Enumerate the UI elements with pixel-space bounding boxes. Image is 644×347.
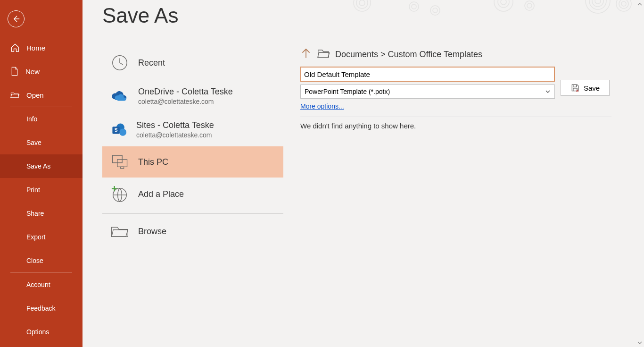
svg-point-13 (592, 0, 603, 7)
sharepoint-icon: S (111, 122, 127, 138)
decorative-swirls (343, 0, 636, 19)
nav-new[interactable]: New (0, 59, 83, 83)
svg-point-21 (119, 128, 126, 135)
svg-point-3 (412, 4, 416, 9)
empty-folder-message: We didn't find anything to show here. (300, 122, 633, 130)
nav-open-label: Open (26, 91, 44, 99)
nav-print-label: Print (26, 186, 40, 194)
filetype-value: PowerPoint Template (*.potx) (305, 88, 390, 95)
svg-point-10 (527, 3, 532, 8)
new-file-icon (10, 67, 19, 76)
svg-text:S: S (115, 127, 118, 133)
nav-account[interactable]: Account (0, 273, 83, 296)
home-icon (10, 43, 20, 52)
location-onedrive[interactable]: OneDrive - Coletta Teske coletta@coletta… (102, 79, 283, 113)
svg-point-16 (621, 1, 626, 6)
nav-print[interactable]: Print (0, 178, 83, 202)
location-this-pc[interactable]: This PC (102, 146, 283, 178)
location-recent[interactable]: Recent (102, 46, 283, 79)
location-browse[interactable]: Browse (102, 217, 283, 246)
save-button[interactable]: Save (561, 80, 610, 96)
this-pc-icon (111, 154, 129, 170)
nav-share[interactable]: Share (0, 202, 83, 225)
browse-folder-icon (111, 224, 129, 238)
nav-home[interactable]: Home (0, 36, 83, 59)
svg-point-7 (501, 0, 506, 5)
svg-point-17 (619, 0, 628, 8)
nav-info[interactable]: Info (0, 107, 83, 131)
location-sites-label: Sites - Coletta Teske (136, 120, 214, 130)
nav-export[interactable]: Export (0, 225, 83, 249)
nav-save[interactable]: Save (0, 131, 83, 154)
chevron-down-icon (637, 340, 642, 345)
nav-new-label: New (25, 68, 40, 76)
svg-point-2 (354, 0, 371, 11)
svg-point-14 (589, 0, 606, 9)
svg-point-5 (433, 8, 438, 13)
up-folder-button[interactable] (300, 47, 312, 62)
folder-icon (317, 48, 330, 61)
svg-point-6 (430, 6, 440, 15)
location-sites[interactable]: S Sites - Coletta Teske coletta@colettat… (102, 113, 283, 146)
chevron-up-icon (637, 2, 642, 7)
nav-options[interactable]: Options (0, 320, 83, 344)
page-title: Save As (102, 4, 178, 27)
chevron-down-icon (545, 89, 551, 94)
svg-point-18 (616, 0, 631, 11)
location-onedrive-label: OneDrive - Coletta Teske (138, 87, 233, 97)
scroll-down-button[interactable] (636, 339, 644, 347)
nav-feedback[interactable]: Feedback (0, 296, 83, 320)
nav-save-as[interactable]: Save As (0, 154, 83, 178)
nav-feedback-label: Feedback (26, 305, 55, 312)
svg-point-15 (586, 0, 610, 13)
svg-rect-26 (121, 167, 124, 168)
location-recent-label: Recent (138, 58, 165, 68)
location-this-pc-label: This PC (138, 157, 168, 167)
add-place-icon (111, 185, 129, 203)
svg-point-11 (525, 1, 534, 10)
nav-home-label: Home (26, 44, 45, 52)
nav-close-label: Close (26, 257, 43, 264)
save-button-label: Save (584, 84, 600, 92)
more-options-link[interactable]: More options... (300, 102, 555, 110)
save-icon (570, 83, 580, 93)
nav-open[interactable]: Open (0, 83, 83, 107)
nav-save-as-label: Save As (26, 162, 50, 170)
nav-account-label: Account (26, 281, 50, 288)
filetype-dropdown[interactable]: PowerPoint Template (*.potx) (300, 85, 555, 99)
location-onedrive-email: coletta@colettateske.com (138, 98, 233, 105)
nav-close[interactable]: Close (0, 249, 83, 272)
location-browse-label: Browse (138, 227, 166, 237)
nav-export-label: Export (26, 233, 45, 241)
svg-point-1 (356, 0, 368, 8)
vertical-scrollbar[interactable] (636, 0, 644, 347)
filename-input[interactable] (300, 67, 555, 82)
nav-share-label: Share (26, 210, 44, 217)
location-add-place[interactable]: Add a Place (102, 178, 283, 211)
svg-point-9 (494, 0, 513, 11)
location-add-place-label: Add a Place (138, 189, 184, 199)
open-folder-icon (10, 91, 20, 99)
back-button[interactable] (8, 10, 25, 27)
svg-point-0 (359, 0, 365, 6)
nav-save-label: Save (26, 139, 41, 146)
location-sites-email: coletta@colettateske.com (136, 131, 214, 139)
svg-point-4 (409, 2, 419, 11)
breadcrumb-path[interactable]: Documents > Custom Office Templates (335, 50, 482, 59)
back-arrow-icon (11, 14, 21, 24)
clock-icon (111, 54, 129, 72)
svg-point-12 (595, 0, 601, 4)
svg-point-8 (498, 0, 509, 8)
onedrive-icon (111, 89, 129, 103)
nav-options-label: Options (26, 328, 49, 336)
scroll-up-button[interactable] (636, 0, 644, 8)
nav-info-label: Info (26, 115, 37, 123)
